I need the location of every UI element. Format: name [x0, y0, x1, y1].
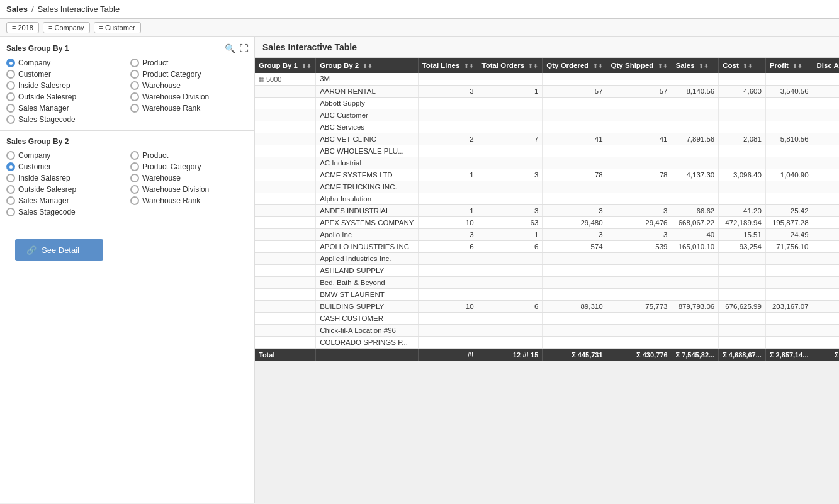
radio-company-selected[interactable]: [6, 59, 15, 67]
table-row: Applied Industries Inc.0: [255, 252, 839, 264]
table-row: ABC Customer0: [255, 109, 839, 121]
footer-sales: Σ 7,545,82...: [672, 348, 719, 361]
group1-option-inside-salesrep[interactable]: Inside Salesrep: [6, 81, 124, 90]
filter-chip-company[interactable]: = Company: [43, 22, 90, 33]
footer-qty-shipped: Σ 430,776: [607, 348, 672, 361]
search-icon[interactable]: 🔍: [225, 43, 235, 53]
radio-product[interactable]: [130, 59, 139, 67]
col-group1[interactable]: Group By 1 ⬆⬇: [255, 58, 316, 73]
table-row: Apollo Inc31334015.5124.49061.23%: [255, 228, 839, 240]
table-row: CASH CUSTOMER0: [255, 312, 839, 324]
group2-option-warehouse-division[interactable]: Warehouse Division: [130, 185, 248, 194]
filter-chip-customer[interactable]: = Customer: [94, 22, 141, 33]
group-by-2-section: Sales Group By 2 Company Product Custome…: [0, 131, 254, 223]
link-icon: 🔗: [26, 245, 37, 255]
group1-options: Company Product Customer Product Categor…: [6, 59, 248, 124]
group1-icons: 🔍 ⛶: [225, 43, 248, 53]
group2-option-product[interactable]: Product: [130, 151, 248, 160]
table-row: ABC WHOLESALE PLU...0: [255, 145, 839, 157]
top-header: Sales / Sales Interactive Table: [0, 0, 839, 19]
radio-warehouse[interactable]: [130, 81, 139, 90]
table-container[interactable]: Group By 1 ⬆⬇ Group By 2 ⬆⬇ Total Lines …: [255, 58, 839, 503]
group2-option-inside-salesrep[interactable]: Inside Salesrep: [6, 174, 124, 182]
see-detail-container: 🔗 See Detail: [0, 223, 254, 277]
group2-option-product-category[interactable]: Product Category: [130, 162, 248, 171]
group2-option-customer[interactable]: Customer: [6, 162, 124, 171]
table-row: Chick-fil-A Location #960: [255, 324, 839, 336]
radio2-sales-manager[interactable]: [6, 196, 15, 205]
filter-chip-year[interactable]: = 2018: [6, 22, 39, 33]
group-by-2-title: Sales Group By 2: [6, 137, 248, 146]
group1-option-warehouse[interactable]: Warehouse: [130, 81, 248, 90]
radio-inside-salesrep[interactable]: [6, 81, 15, 90]
radio-sales-stagecode[interactable]: [6, 115, 15, 124]
group2-option-warehouse-rank[interactable]: Warehouse Rank: [130, 196, 248, 205]
radio2-product[interactable]: [130, 151, 139, 160]
radio2-outside-salesrep[interactable]: [6, 185, 15, 194]
group1-option-company[interactable]: Company: [6, 59, 124, 67]
footer-label: Total: [255, 348, 316, 361]
footer-qty-ordered: Σ 445,731: [543, 348, 607, 361]
radio-product-category[interactable]: [130, 70, 139, 79]
col-disc-amt[interactable]: Disc Amt ⬆⬇: [813, 58, 839, 73]
content-area: Sales Interactive Table Group By 1 ⬆⬇ Gr…: [255, 37, 839, 503]
group2-option-sales-manager[interactable]: Sales Manager: [6, 196, 124, 205]
radio2-customer-selected[interactable]: [6, 162, 15, 171]
col-profit[interactable]: Profit ⬆⬇: [765, 58, 813, 73]
filter-bar: = 2018 = Company = Customer: [0, 19, 839, 37]
see-detail-button[interactable]: 🔗 See Detail: [15, 239, 103, 261]
table-header-row: Group By 1 ⬆⬇ Group By 2 ⬆⬇ Total Lines …: [255, 58, 839, 73]
table-row: Abbott Supply0: [255, 97, 839, 109]
footer-profit: Σ 2,857,14...: [765, 348, 813, 361]
group2-option-warehouse[interactable]: Warehouse: [130, 174, 248, 182]
radio-sales-manager[interactable]: [6, 104, 15, 113]
group-by-1-title: Sales Group By 1 🔍 ⛶: [6, 43, 248, 53]
table-row: BUILDING SUPPLY10689,31075,773879,793.06…: [255, 300, 839, 312]
group1-option-outside-salesrep[interactable]: Outside Salesrep: [6, 92, 124, 101]
radio2-product-category[interactable]: [130, 162, 139, 171]
col-total-orders[interactable]: Total Orders ⬆⬇: [478, 58, 543, 73]
radio2-company[interactable]: [6, 151, 15, 160]
main-layout: Sales Group By 1 🔍 ⛶ Company Product: [0, 37, 839, 503]
radio2-warehouse-division[interactable]: [130, 185, 139, 194]
col-cost[interactable]: Cost ⬆⬇: [719, 58, 766, 73]
table-title: Sales Interactive Table: [255, 37, 839, 58]
group-by-1-section: Sales Group By 1 🔍 ⛶ Company Product: [0, 37, 254, 131]
table-row: ANDES INDUSTRIAL133366.6241.2025.4238.16…: [255, 204, 839, 216]
table-body: ▦ 50003M0AARON RENTAL3157578,140.564,600…: [255, 73, 839, 348]
table-row: ACME TRUCKING INC.0: [255, 181, 839, 193]
group1-option-product[interactable]: Product: [130, 59, 248, 67]
group1-option-warehouse-division[interactable]: Warehouse Division: [130, 92, 248, 101]
radio2-warehouse-rank[interactable]: [130, 196, 139, 205]
footer-group2: [316, 348, 418, 361]
breadcrumb-sales[interactable]: Sales: [6, 4, 28, 14]
radio2-inside-salesrep[interactable]: [6, 174, 15, 182]
radio2-warehouse[interactable]: [130, 174, 139, 182]
breadcrumb-current[interactable]: Sales Interactive Table: [38, 4, 120, 14]
col-qty-shipped[interactable]: Qty Shipped ⬆⬇: [607, 58, 672, 73]
group1-option-warehouse-rank[interactable]: Warehouse Rank: [130, 104, 248, 113]
col-sales[interactable]: Sales ⬆⬇: [672, 58, 719, 73]
expand-icon[interactable]: ⛶: [239, 43, 248, 53]
table-row: ▦ 50003M0: [255, 73, 839, 85]
group1-option-product-category[interactable]: Product Category: [130, 70, 248, 79]
group2-option-company[interactable]: Company: [6, 151, 124, 160]
radio2-sales-stagecode[interactable]: [6, 208, 15, 216]
group2-option-outside-salesrep[interactable]: Outside Salesrep: [6, 185, 124, 194]
col-group2[interactable]: Group By 2 ⬆⬇: [316, 58, 418, 73]
radio-warehouse-rank[interactable]: [130, 104, 139, 113]
group1-option-customer[interactable]: Customer: [6, 70, 124, 79]
group1-option-sales-manager[interactable]: Sales Manager: [6, 104, 124, 113]
table-row: Alpha Insulation: [255, 193, 839, 204]
sidebar: Sales Group By 1 🔍 ⛶ Company Product: [0, 37, 255, 503]
group1-option-sales-stagecode[interactable]: Sales Stagecode: [6, 115, 124, 124]
footer-total-lines: #!: [418, 348, 478, 361]
table-row: ABC Services0: [255, 121, 839, 133]
radio-outside-salesrep[interactable]: [6, 92, 15, 101]
radio-warehouse-division[interactable]: [130, 92, 139, 101]
col-qty-ordered[interactable]: Qty Ordered ⬆⬇: [543, 58, 607, 73]
group2-option-sales-stagecode[interactable]: Sales Stagecode: [6, 208, 124, 216]
table-row: AARON RENTAL3157578,140.564,6003,540.564…: [255, 85, 839, 97]
col-total-lines[interactable]: Total Lines ⬆⬇: [418, 58, 478, 73]
radio-customer[interactable]: [6, 70, 15, 79]
